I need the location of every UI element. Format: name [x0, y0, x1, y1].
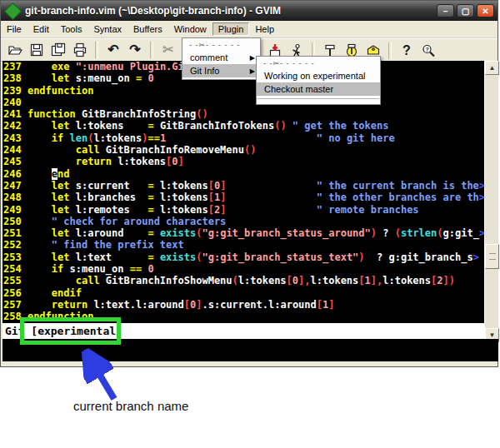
redo-icon[interactable]: ↷: [125, 41, 145, 60]
line-number: 252: [3, 239, 28, 251]
menu-item-comment[interactable]: comment▶: [182, 51, 260, 64]
line-number: 246: [3, 168, 28, 180]
code-editor[interactable]: 237 exe ":unmenu Plugin.Gi238 let s:menu…: [2, 61, 484, 323]
help-icon[interactable]: ?: [397, 41, 417, 60]
menu-item-buffers[interactable]: Buffers: [128, 22, 168, 36]
code-token: " no git here: [317, 132, 395, 144]
vertical-scrollbar[interactable]: ▲ ▼: [484, 61, 498, 342]
save-all-icon[interactable]: [48, 41, 68, 60]
code-token: [28, 180, 52, 192]
code-token: (: [232, 275, 238, 286]
code-token: =: [148, 227, 153, 239]
code-token: ]: [178, 156, 184, 167]
code-line-246: 246 end: [3, 168, 484, 180]
scrollbar-thumb[interactable]: [485, 244, 499, 269]
code-token: .: [202, 299, 208, 311]
line-number: 251: [3, 227, 28, 239]
code-token: (): [244, 144, 256, 156]
code-token: l:tokens: [238, 275, 287, 286]
code-token: " the other branches are th: [317, 192, 479, 203]
code-token: 0: [148, 72, 153, 84]
open-icon[interactable]: [5, 41, 25, 60]
code-token: [28, 204, 52, 216]
annotation-caption: current branch name: [73, 399, 188, 413]
code-token: g:git_: [443, 227, 479, 239]
code-token: exists: [160, 251, 196, 263]
menu-item-tools[interactable]: Tools: [55, 22, 88, 36]
print-icon[interactable]: [70, 41, 90, 60]
code-token: l:tokens: [311, 275, 359, 286]
code-token: nd: [58, 168, 69, 180]
code-token: strlen: [401, 227, 437, 239]
code-token: l:remotes: [70, 204, 148, 216]
code-line-244: 244 call GitBranchInfoRemoveMenu(): [3, 144, 484, 156]
code-token: [: [208, 180, 214, 192]
title-bar[interactable]: git-branch-info.vim (~\Desktop\git-branc…: [1, 1, 498, 21]
code-token: l:tokens: [70, 120, 148, 132]
code-line-240: 240: [3, 97, 484, 108]
menu-item-window[interactable]: Window: [168, 22, 212, 36]
code-token: 0: [172, 156, 178, 167]
code-token: l:tokens: [154, 204, 208, 216]
find-help-icon[interactable]: ?: [418, 41, 438, 60]
close-button[interactable]: ✕: [477, 4, 494, 17]
code-token: 0: [292, 275, 298, 286]
code-line-250: 250 " check for around characters: [3, 216, 484, 227]
code-line-239: 239 endfunction: [3, 85, 484, 97]
menu-item-plugin[interactable]: Plugin: [212, 22, 250, 36]
cut-icon: ✂: [158, 41, 178, 60]
code-token: l:text: [70, 251, 148, 263]
tearoff-handle[interactable]: - -✂- - - - - -: [257, 58, 380, 69]
code-token: " remote branches: [317, 204, 419, 216]
code-token: let: [52, 204, 70, 216]
save-icon[interactable]: [27, 41, 47, 60]
code-token: l:tokens: [382, 275, 431, 286]
code-token: return: [76, 156, 112, 167]
code-token: ]): [443, 275, 455, 286]
scrollbar-up-arrow-icon[interactable]: ▲: [485, 61, 499, 75]
code-line-251: 251 let l:around = exists("g:git_branch_…: [3, 227, 484, 239]
code-token: [28, 132, 52, 144]
submenu-arrow-icon: ▶: [250, 67, 255, 75]
menu-item-working-on-experimental[interactable]: Working on experimental: [257, 69, 380, 82]
code-line-252: 252 " find the prefix text: [3, 239, 484, 251]
code-token: ],: [298, 275, 310, 286]
line-number: 238: [3, 72, 28, 84]
code-token: [28, 287, 52, 299]
minimize-button[interactable]: –: [437, 4, 454, 17]
code-token: ?: [377, 227, 395, 239]
code-token: ): [371, 227, 377, 239]
code-token: [28, 263, 52, 275]
text-cursor: e: [52, 168, 58, 180]
screenshot-root: git-branch-info.vim (~\Desktop\git-branc…: [0, 0, 500, 448]
maximize-button[interactable]: ▢: [457, 4, 474, 17]
menu-item-edit[interactable]: Edit: [28, 22, 55, 36]
code-token: >: [473, 251, 479, 263]
vim-app-icon: [4, 2, 22, 19]
code-token: let: [52, 120, 70, 132]
line-number: 248: [3, 192, 28, 203]
code-token: [154, 251, 160, 263]
code-token: " check for around characters: [52, 216, 227, 227]
menu-item-help[interactable]: Help: [249, 22, 280, 36]
line-number: 257: [3, 299, 28, 311]
code-token: =: [148, 251, 153, 263]
code-token: =: [148, 204, 153, 216]
code-line-253: 253 let l:text = exists("g:git_branch_st…: [3, 251, 484, 263]
menu-item-checkout-master[interactable]: Checkout master: [257, 82, 380, 96]
code-token: [226, 180, 316, 192]
code-token: s:menu_on: [63, 263, 129, 275]
menu-item-syntax[interactable]: Syntax: [88, 22, 128, 36]
menu-item-git-info[interactable]: Git Info▶: [182, 64, 260, 77]
tearoff-handle[interactable]: - -✂- - - - - -: [182, 40, 260, 51]
code-token: " find the prefix text: [52, 239, 184, 251]
line-number: 241: [3, 108, 28, 120]
undo-icon[interactable]: ↶: [103, 41, 123, 60]
toolbar-separator: [388, 42, 392, 59]
menu-item-file[interactable]: File: [1, 22, 28, 36]
code-token: l:tokens: [154, 192, 208, 203]
editor-client-area: 237 exe ":unmenu Plugin.Gi238 let s:menu…: [2, 61, 498, 361]
toolbar-separator: [150, 42, 153, 58]
code-token: [: [358, 275, 364, 286]
code-token: [28, 239, 52, 251]
